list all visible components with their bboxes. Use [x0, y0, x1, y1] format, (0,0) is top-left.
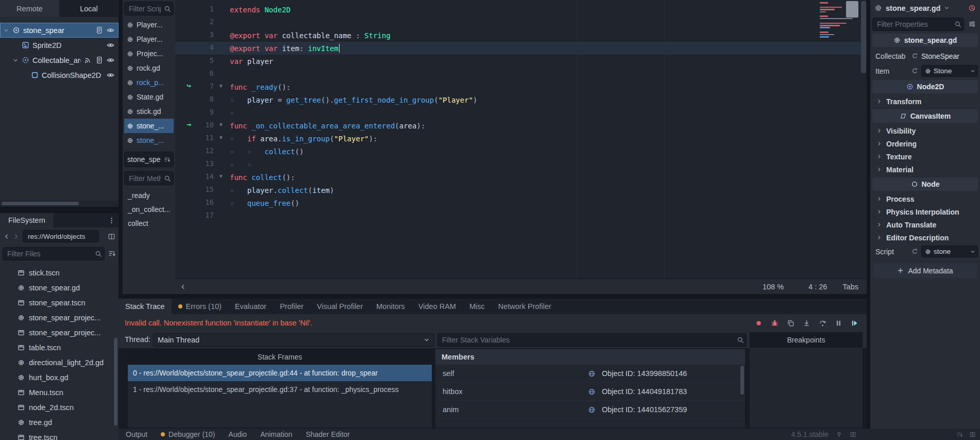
tab-local[interactable]: Local: [59, 0, 119, 17]
columns-icon[interactable]: [850, 431, 856, 438]
bottom-tab-audio[interactable]: Audio: [228, 430, 247, 438]
inspector-category-stone-spear-gd[interactable]: stone_spear.gd: [872, 34, 978, 47]
filter-properties-input[interactable]: [872, 18, 964, 31]
script-item[interactable]: Player...: [124, 18, 174, 32]
zoom-level[interactable]: 108 %: [763, 283, 784, 291]
file-row[interactable]: tree.tscn: [0, 430, 119, 440]
tune-icon[interactable]: [968, 20, 976, 28]
revert-icon[interactable]: [911, 248, 918, 255]
thread-dropdown[interactable]: Main Thread: [153, 333, 434, 347]
member-row[interactable]: selfObject ID: 143998850146: [435, 365, 745, 383]
file-row[interactable]: stone_spear.gd: [0, 280, 119, 295]
continue-icon[interactable]: [851, 319, 858, 327]
script-item[interactable]: Projec...: [124, 46, 174, 61]
visibility-icon[interactable]: [107, 56, 114, 64]
file-sort-icon[interactable]: [108, 250, 116, 257]
panels-icon[interactable]: [969, 431, 976, 438]
fold-arrow-icon[interactable]: ▾: [219, 134, 223, 141]
step-over-icon[interactable]: [819, 319, 826, 327]
code-line[interactable]: 8» player = get_tree().get_first_node_in…: [175, 93, 867, 106]
fold-arrow-icon[interactable]: ▾: [219, 173, 223, 180]
bottom-tab-debugger-10[interactable]: Debugger (10): [161, 430, 215, 438]
file-row[interactable]: stone_spear_projec...: [0, 325, 119, 340]
script-item[interactable]: stone_...: [124, 133, 174, 148]
script-item[interactable]: Player...: [124, 32, 174, 46]
file-row[interactable]: hurt_box.gd: [0, 370, 119, 385]
tab-remote[interactable]: Remote: [0, 0, 59, 17]
chevron-down-icon[interactable]: [944, 5, 950, 11]
file-row[interactable]: Menu.tscn: [0, 385, 119, 400]
inspector-group-process[interactable]: Process: [870, 192, 980, 205]
method-sort-icon[interactable]: [164, 156, 171, 163]
bottom-tab-animation[interactable]: Animation: [260, 430, 292, 438]
stack-frame-row[interactable]: 0 - res://World/objects/stone_spear_proj…: [128, 365, 432, 381]
expand-arrow-icon[interactable]: [12, 57, 19, 63]
method-item[interactable]: collect: [124, 216, 174, 230]
tab-filesystem[interactable]: FileSystem: [0, 213, 54, 227]
visibility-icon[interactable]: [107, 71, 114, 79]
file-row[interactable]: tree.gd: [0, 415, 119, 430]
code-line[interactable]: 11▾» if area.is_in_group("Player"):: [175, 132, 867, 145]
debugger-tab-video-ram[interactable]: Video RAM: [412, 299, 463, 314]
code-line[interactable]: 12» » collect(): [175, 145, 867, 158]
history-icon[interactable]: [968, 4, 976, 12]
list-icon[interactable]: [956, 431, 963, 438]
indent-type[interactable]: Tabs: [842, 283, 858, 291]
code-line[interactable]: 14▾func collect():: [175, 171, 867, 184]
inspector-group-texture[interactable]: Texture: [870, 150, 980, 163]
inspector-group-ordering[interactable]: Ordering: [870, 137, 980, 150]
expand-arrow-icon[interactable]: [3, 27, 9, 34]
inspector-group-editor-description[interactable]: Editor Description: [870, 231, 980, 244]
stack-variables-filter-input[interactable]: [437, 333, 747, 347]
script-item[interactable]: rock.gd: [124, 61, 174, 75]
step-into-icon[interactable]: [803, 319, 810, 327]
code-line[interactable]: ↪7▾func _ready():: [175, 80, 867, 93]
code-line[interactable]: 6: [175, 68, 867, 80]
bottom-tab-shader-editor[interactable]: Shader Editor: [306, 430, 350, 438]
bottom-tab-output[interactable]: Output: [126, 430, 147, 438]
add-metadata-button[interactable]: Add Metadata: [873, 263, 977, 278]
inspector-group-material[interactable]: Material: [870, 163, 980, 176]
back-icon[interactable]: [3, 233, 10, 240]
code-line[interactable]: 13» »: [175, 158, 867, 171]
script-item[interactable]: stick.gd: [124, 104, 174, 119]
scene-node-row[interactable]: stone_spear: [0, 23, 119, 38]
script-icon[interactable]: [95, 56, 103, 64]
code-line[interactable]: 5var player: [175, 55, 867, 68]
file-row[interactable]: stone_spear_projec...: [0, 310, 119, 325]
script-item[interactable]: stone_...: [124, 119, 174, 133]
dock-menu-icon[interactable]: [108, 217, 115, 224]
script-item[interactable]: rock_p...: [124, 75, 174, 90]
code-line[interactable]: 15» player.collect(item): [175, 184, 867, 197]
code-line[interactable]: 17: [175, 209, 867, 222]
breadcrumb[interactable]: res://World/objects: [23, 230, 99, 242]
inspector-group-visibility[interactable]: Visibility: [870, 124, 980, 137]
forward-icon[interactable]: [13, 233, 20, 240]
file-row[interactable]: node_2d.tscn: [0, 400, 119, 415]
file-row[interactable]: stone_spear.tscn: [0, 295, 119, 310]
visibility-icon[interactable]: [107, 41, 114, 49]
inspector-group-physics-interpolation[interactable]: Physics Interpolation: [870, 205, 980, 218]
file-row[interactable]: table.tscn: [0, 340, 119, 355]
debugger-tab-stack-trace[interactable]: Stack Trace: [119, 299, 172, 314]
copy-error-icon[interactable]: [787, 319, 795, 327]
file-list-scrollbar[interactable]: [114, 338, 117, 426]
member-row[interactable]: animObject ID: 144015627359: [435, 401, 745, 419]
collapse-scripts-icon[interactable]: [179, 283, 187, 290]
file-row[interactable]: directional_light_2d.gd: [0, 355, 119, 370]
signal-icon[interactable]: [84, 56, 92, 64]
debugger-tab-evaluator[interactable]: Evaluator: [228, 299, 273, 314]
code-line[interactable]: 2: [175, 16, 867, 29]
split-view-icon[interactable]: [108, 233, 115, 240]
code-line[interactable]: 4@export var item: invItem: [175, 42, 867, 55]
debugger-tab-visual-profiler[interactable]: Visual Profiler: [310, 299, 369, 314]
code-line[interactable]: 3@export var collectable_name : String: [175, 29, 867, 42]
debugger-tab-network-profiler[interactable]: Network Profiler: [492, 299, 558, 314]
stack-frame-row[interactable]: 1 - res://World/objects/stone_spear_proj…: [128, 381, 432, 398]
code-editor[interactable]: 1extends Node2D23@export var collectable…: [175, 0, 867, 279]
script-item[interactable]: State.gd: [124, 90, 174, 104]
break-icon[interactable]: [835, 319, 842, 327]
file-row[interactable]: stick.tscn: [0, 265, 119, 280]
scene-tree-hscrollbar[interactable]: [0, 201, 119, 207]
visibility-icon[interactable]: [107, 26, 114, 34]
